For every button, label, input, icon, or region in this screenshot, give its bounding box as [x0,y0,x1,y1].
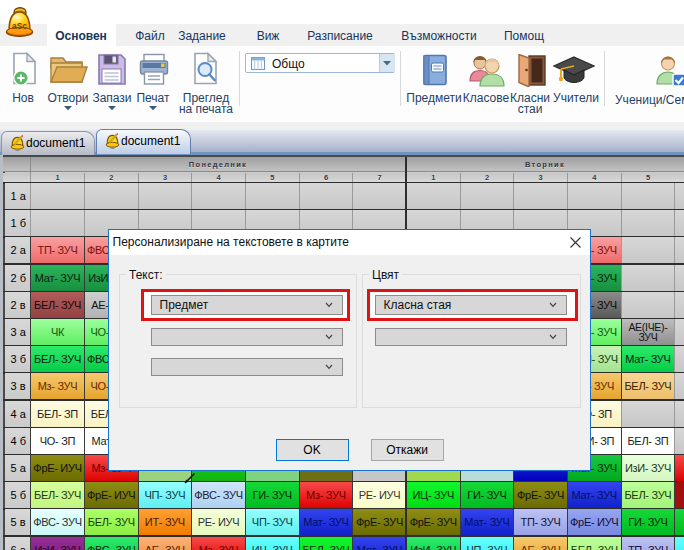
svg-text:aSc: aSc [12,21,27,31]
